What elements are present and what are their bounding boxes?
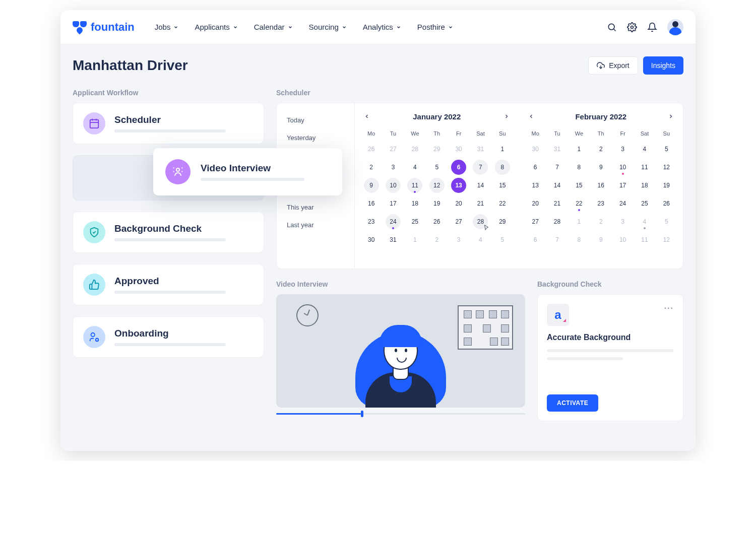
export-button[interactable]: Export — [588, 56, 638, 75]
cal-day[interactable]: 3 — [615, 214, 631, 229]
video-preview[interactable] — [276, 294, 525, 408]
preset-today[interactable]: Today — [277, 111, 354, 129]
workflow-card-video-interview[interactable]: Video Interview — [153, 148, 342, 195]
cal-day[interactable]: 29 — [495, 214, 510, 229]
cal-day[interactable]: 23 — [593, 196, 608, 211]
cal-day[interactable]: 11 — [407, 178, 422, 193]
preset-this-year[interactable]: This year — [277, 198, 354, 216]
nav-item-sourcing[interactable]: Sourcing — [309, 23, 347, 31]
cal-day[interactable]: 10 — [615, 160, 631, 175]
cal-day[interactable]: 8 — [572, 232, 587, 247]
insights-button[interactable]: Insights — [643, 56, 683, 75]
workflow-card-onboarding[interactable]: Onboarding — [73, 316, 264, 358]
cal-day[interactable]: 14 — [473, 178, 488, 193]
cal-day[interactable]: 5 — [659, 214, 674, 229]
cal-day[interactable]: 27 — [451, 214, 466, 229]
cal-day[interactable]: 11 — [637, 160, 652, 175]
cal-day[interactable]: 22 — [572, 196, 587, 211]
cal-day[interactable]: 9 — [593, 232, 608, 247]
cal-day[interactable]: 2 — [593, 142, 608, 157]
cal-day[interactable]: 17 — [615, 178, 631, 193]
cal-day[interactable]: 3 — [451, 232, 466, 247]
cal-day[interactable]: 20 — [451, 196, 466, 211]
gear-icon[interactable] — [627, 22, 637, 32]
bell-icon[interactable] — [647, 22, 657, 32]
cal-next[interactable] — [665, 110, 677, 122]
cal-day[interactable]: 9 — [364, 178, 379, 193]
cal-day[interactable]: 21 — [473, 196, 488, 211]
workflow-card-background-check[interactable]: Background Check — [73, 212, 264, 253]
cal-day[interactable]: 19 — [659, 178, 674, 193]
preset-yesterday[interactable]: Yesterday — [277, 129, 354, 147]
cal-day[interactable]: 2 — [364, 160, 379, 175]
cal-day[interactable]: 6 — [451, 160, 466, 175]
cal-day[interactable]: 16 — [364, 196, 379, 211]
cal-day[interactable]: 27 — [386, 142, 401, 157]
cal-day[interactable]: 3 — [615, 142, 631, 157]
cal-day[interactable]: 25 — [637, 196, 652, 211]
cal-day[interactable]: 21 — [550, 196, 565, 211]
cal-day[interactable]: 12 — [429, 178, 445, 193]
cal-prev[interactable] — [525, 110, 537, 122]
nav-item-applicants[interactable]: Applicants — [195, 23, 237, 31]
cal-day[interactable]: 16 — [593, 178, 608, 193]
cal-day[interactable]: 20 — [528, 196, 543, 211]
cal-day[interactable]: 15 — [495, 178, 510, 193]
cal-next[interactable] — [500, 110, 513, 122]
cal-day[interactable]: 4 — [407, 160, 422, 175]
cal-day[interactable]: 30 — [451, 142, 466, 157]
cal-day[interactable]: 18 — [407, 196, 422, 211]
cal-day[interactable]: 2 — [429, 232, 445, 247]
cal-day[interactable]: 13 — [451, 178, 466, 193]
cal-day[interactable]: 28 — [550, 214, 565, 229]
cal-day[interactable]: 1 — [407, 232, 422, 247]
cal-day[interactable]: 11 — [637, 232, 652, 247]
cal-day[interactable]: 28 — [473, 214, 488, 229]
cal-day[interactable]: 8 — [572, 160, 587, 175]
nav-item-jobs[interactable]: Jobs — [155, 23, 179, 31]
cal-day[interactable]: 13 — [528, 178, 543, 193]
avatar[interactable] — [667, 19, 683, 35]
cal-day[interactable]: 12 — [659, 160, 674, 175]
cal-day[interactable]: 26 — [364, 142, 379, 157]
cal-day[interactable]: 23 — [364, 214, 379, 229]
cal-day[interactable]: 26 — [659, 196, 674, 211]
nav-item-calendar[interactable]: Calendar — [254, 23, 293, 31]
cal-day[interactable]: 14 — [550, 178, 565, 193]
cal-day[interactable]: 1 — [572, 142, 587, 157]
cal-day[interactable]: 28 — [407, 142, 422, 157]
cal-day[interactable]: 9 — [593, 160, 608, 175]
cal-day[interactable]: 10 — [615, 232, 631, 247]
cal-day[interactable]: 17 — [386, 196, 401, 211]
cal-day[interactable]: 30 — [364, 232, 379, 247]
logo[interactable]: fountain — [73, 21, 135, 34]
cal-day[interactable]: 29 — [429, 142, 445, 157]
cal-day[interactable]: 30 — [528, 142, 543, 157]
cal-day[interactable]: 27 — [528, 214, 543, 229]
activate-button[interactable]: ACTIVATE — [547, 394, 598, 412]
cal-day[interactable]: 12 — [659, 232, 674, 247]
cal-day[interactable]: 7 — [473, 160, 488, 175]
cal-day[interactable]: 31 — [386, 232, 401, 247]
more-icon[interactable]: ··· — [664, 304, 674, 313]
video-scrubber[interactable] — [276, 412, 525, 416]
nav-item-analytics[interactable]: Analytics — [363, 23, 401, 31]
cal-day[interactable]: 3 — [386, 160, 401, 175]
cal-day[interactable]: 8 — [495, 160, 510, 175]
cal-day[interactable]: 1 — [572, 214, 587, 229]
search-icon[interactable] — [607, 22, 617, 32]
cal-day[interactable]: 6 — [528, 160, 543, 175]
cal-day[interactable]: 5 — [495, 232, 510, 247]
cal-day[interactable]: 4 — [473, 232, 488, 247]
cal-day[interactable]: 5 — [429, 160, 445, 175]
cal-day[interactable]: 19 — [429, 196, 445, 211]
nav-item-posthire[interactable]: Posthire — [417, 23, 453, 31]
cal-day[interactable]: 26 — [429, 214, 445, 229]
cal-day[interactable]: 15 — [572, 178, 587, 193]
cal-day[interactable]: 31 — [473, 142, 488, 157]
cal-day[interactable]: 7 — [550, 160, 565, 175]
preset-last-year[interactable]: Last year — [277, 216, 354, 234]
cal-day[interactable]: 10 — [386, 178, 401, 193]
cal-day[interactable]: 25 — [407, 214, 422, 229]
workflow-card-scheduler[interactable]: Scheduler — [73, 103, 264, 144]
